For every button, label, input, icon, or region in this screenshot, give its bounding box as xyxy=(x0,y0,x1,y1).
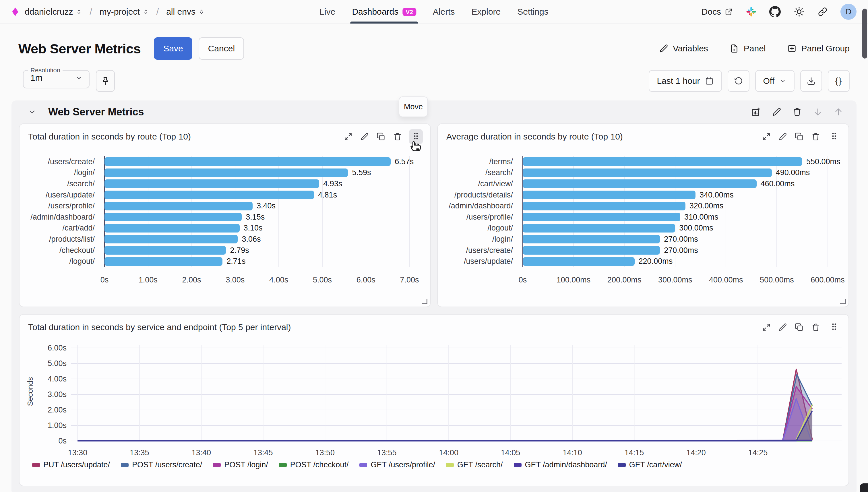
duplicate-copy-icon[interactable] xyxy=(795,323,804,332)
panel-resize-handle[interactable] xyxy=(840,299,846,304)
save-button[interactable]: Save xyxy=(154,37,192,60)
move-group-down-arrow-icon[interactable] xyxy=(813,107,823,117)
cancel-button[interactable]: Cancel xyxy=(199,37,244,60)
move-group-up-arrow-icon[interactable] xyxy=(834,107,843,117)
panel-resize-handle[interactable] xyxy=(422,299,427,304)
legend-item[interactable]: GET /admin/dashboard/ xyxy=(514,461,607,469)
bar[interactable] xyxy=(104,202,253,211)
json-view-button[interactable]: {} xyxy=(828,70,850,92)
bar[interactable] xyxy=(104,169,348,177)
slack-icon[interactable] xyxy=(746,6,757,17)
bar-row: 300.00ms xyxy=(523,223,840,234)
legend-item[interactable]: POST /login/ xyxy=(213,461,268,469)
bar[interactable] xyxy=(523,257,635,266)
drag-handle-icon[interactable] xyxy=(829,322,839,331)
bar-row: 3.06s xyxy=(104,233,422,245)
bar[interactable] xyxy=(523,224,675,232)
org-diamond-logo xyxy=(11,7,19,17)
bar-chart-total-duration: /users/create//login//search//users/upda… xyxy=(20,142,430,288)
legend-item[interactable]: POST /checkout/ xyxy=(279,461,349,469)
bar[interactable] xyxy=(523,246,660,254)
bar[interactable] xyxy=(523,202,686,211)
delete-trash-icon[interactable] xyxy=(393,132,402,141)
auto-refresh-select[interactable]: Off xyxy=(755,70,795,92)
tab-settings[interactable]: Settings xyxy=(517,0,548,24)
download-button[interactable] xyxy=(800,70,822,92)
page-scrollbar[interactable] xyxy=(862,8,867,58)
legend-item[interactable]: GET /users/profile/ xyxy=(359,461,435,469)
tab-alerts[interactable]: Alerts xyxy=(433,0,455,24)
add-panel-button[interactable]: Panel xyxy=(729,44,766,53)
bar[interactable] xyxy=(104,224,240,232)
bar[interactable] xyxy=(104,157,391,166)
legend-item[interactable]: GET /cart/view/ xyxy=(618,461,682,469)
page-title: Web Server Metrics xyxy=(18,41,141,56)
add-panel-group-button[interactable]: Panel Group xyxy=(787,44,850,53)
share-link-icon[interactable] xyxy=(817,7,828,17)
bar-chart-plot-area: 550.00ms490.00ms460.00ms340.00ms320.00ms… xyxy=(523,156,840,288)
breadcrumb-org[interactable]: ddanielcruzz xyxy=(25,7,82,17)
expand-icon[interactable] xyxy=(762,323,771,332)
bar-row: 5.59s xyxy=(104,167,422,178)
tab-live[interactable]: Live xyxy=(320,0,335,24)
bar-category-label: /users/update/ xyxy=(438,256,523,267)
bar-row: 270.00ms xyxy=(523,233,840,245)
bar[interactable] xyxy=(523,235,660,243)
bar[interactable] xyxy=(523,169,772,177)
drag-handle-icon[interactable] xyxy=(829,131,839,141)
legend-item[interactable]: PUT /users/update/ xyxy=(32,461,110,469)
theme-toggle-sun-icon[interactable] xyxy=(793,6,805,18)
bar[interactable] xyxy=(104,191,314,199)
time-series-svg xyxy=(71,343,842,442)
duplicate-copy-icon[interactable] xyxy=(795,132,804,141)
docs-link[interactable]: Docs xyxy=(701,7,733,17)
bar-value-label: 5.59s xyxy=(352,168,371,177)
bar[interactable] xyxy=(523,191,695,199)
y-tick-label: 6.00s xyxy=(48,344,67,352)
resolution-select[interactable]: Resolution 1m xyxy=(23,67,90,89)
edit-group-pencil-icon[interactable] xyxy=(772,107,781,117)
bar[interactable] xyxy=(104,213,242,221)
delete-group-trash-icon[interactable] xyxy=(792,107,802,117)
x-tick-label: 5.00s xyxy=(313,275,332,285)
breadcrumb-project[interactable]: my-project xyxy=(100,7,149,17)
y-tick-label: 0s xyxy=(58,437,67,445)
tab-dashboards[interactable]: Dashboards V2 xyxy=(352,0,416,24)
time-series-chart: Seconds 0s1.00s2.00s3.00s4.00s5.00s6.00s… xyxy=(20,333,848,457)
scroll-corner-button[interactable] xyxy=(860,484,868,492)
breadcrumb-env[interactable]: all envs xyxy=(166,7,205,17)
duplicate-copy-icon[interactable] xyxy=(376,132,386,141)
series-line xyxy=(77,375,812,441)
add-chart-icon[interactable] xyxy=(751,107,761,117)
bar[interactable] xyxy=(523,157,802,166)
pin-button[interactable] xyxy=(96,70,115,92)
breadcrumb-separator: / xyxy=(90,7,92,17)
delete-trash-icon[interactable] xyxy=(811,132,820,141)
edit-pencil-icon[interactable] xyxy=(778,323,787,331)
avatar[interactable]: D xyxy=(840,4,857,20)
bar[interactable] xyxy=(523,213,680,221)
variables-button[interactable]: Variables xyxy=(659,44,708,53)
legend-item[interactable]: GET /search/ xyxy=(446,461,503,469)
legend-item[interactable]: POST /users/create/ xyxy=(121,461,202,469)
tab-explore[interactable]: Explore xyxy=(472,0,501,24)
bar-row: 4.81s xyxy=(104,190,422,201)
bar[interactable] xyxy=(104,257,222,266)
time-range-button[interactable]: Last 1 hour xyxy=(649,70,722,92)
bar[interactable] xyxy=(104,246,226,254)
time-toolbar: Last 1 hour Off {} xyxy=(649,70,850,92)
edit-pencil-icon[interactable] xyxy=(360,132,369,141)
resolution-value-row[interactable]: 1m xyxy=(24,73,89,83)
refresh-button[interactable] xyxy=(728,70,749,92)
edit-pencil-icon[interactable] xyxy=(778,132,787,141)
bar[interactable] xyxy=(104,235,238,243)
collapse-chevron-icon[interactable] xyxy=(28,107,37,117)
expand-icon[interactable] xyxy=(762,132,771,141)
bar[interactable] xyxy=(104,179,319,188)
github-icon[interactable] xyxy=(769,6,781,18)
bar-category-label: /users/create/ xyxy=(438,245,523,256)
expand-icon[interactable] xyxy=(344,132,353,141)
panel-total-duration-by-route: Total duration in seconds by route (Top … xyxy=(19,123,431,307)
bar[interactable] xyxy=(523,179,757,188)
delete-trash-icon[interactable] xyxy=(811,323,820,332)
